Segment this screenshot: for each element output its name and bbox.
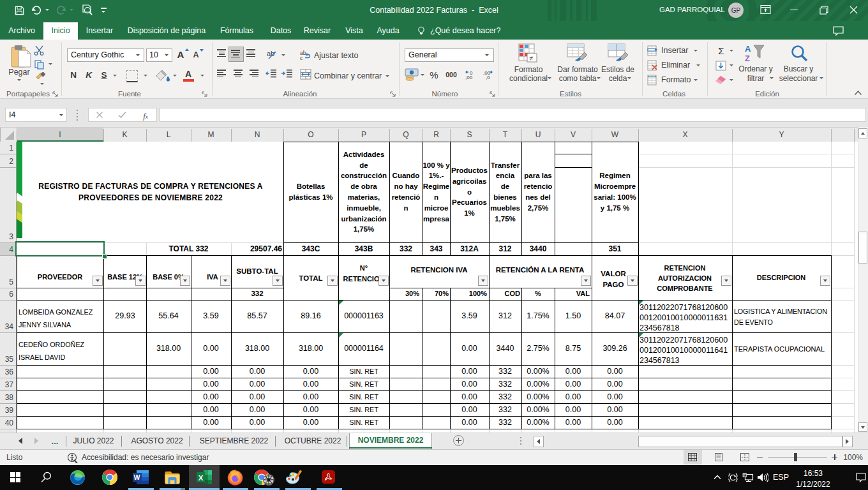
- svg-text:A: A: [745, 44, 751, 54]
- svg-text:Z: Z: [745, 54, 750, 62]
- svg-text:,0: ,0: [486, 75, 490, 80]
- svg-text:X: X: [198, 474, 204, 482]
- svg-text:,00: ,00: [465, 75, 473, 80]
- svg-text:W: W: [134, 473, 140, 481]
- svg-text:≠: ≠: [529, 54, 533, 62]
